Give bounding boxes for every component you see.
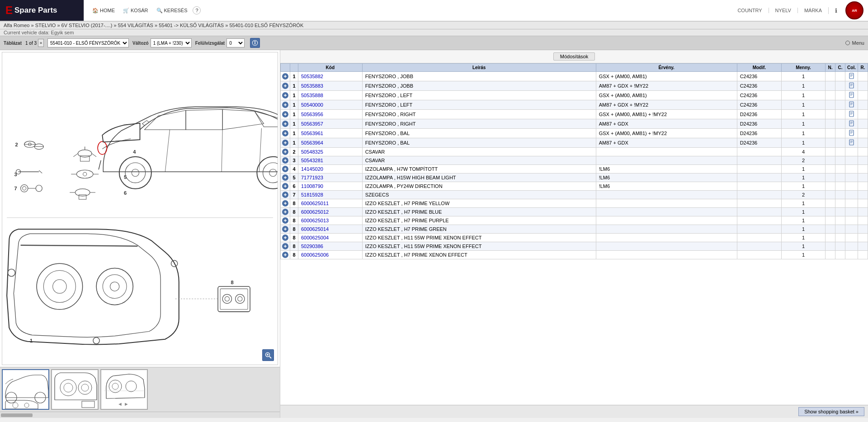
row-kod[interactable]: 50548325 (298, 148, 363, 156)
zoom-btn[interactable] (262, 349, 274, 361)
row-kod[interactable]: 6000625004 (298, 234, 363, 242)
breadcrumb-bar: Alfa Romeo » STELVIO » 6V STELVIO (2017-… (0, 22, 868, 29)
show-basket-btn[interactable]: Show shopping basket » (798, 407, 864, 416)
lang-select[interactable]: NYELV (769, 8, 791, 13)
valtozo-select[interactable]: 1 (LMA + !230) (151, 38, 192, 47)
row-add-icon[interactable] (281, 119, 290, 129)
row-add-icon[interactable] (281, 225, 290, 234)
svg-point-30 (75, 189, 90, 196)
row-add-icon[interactable] (281, 138, 290, 148)
row-col[interactable] (845, 110, 858, 119)
row-kod[interactable]: 50535882 (298, 72, 363, 81)
felulvizsgalat-select[interactable]: 0 (226, 38, 245, 47)
row-kod[interactable]: 6000625013 (298, 216, 363, 225)
row-erveny (596, 251, 737, 259)
row-add-icon[interactable] (281, 91, 290, 100)
row-add-icon[interactable] (281, 242, 290, 251)
row-kod[interactable]: 6000625011 (298, 199, 363, 208)
page-next-btn[interactable]: » (38, 39, 44, 47)
table-row: 86000625013IZZO KESZLET , H7 PRIME PURPL… (281, 216, 868, 225)
row-erveny: GSX + (AM00, AM81) (596, 72, 737, 81)
row-kod[interactable]: 50543281 (298, 156, 363, 165)
row-kod[interactable]: 50535888 (298, 91, 363, 100)
row-add-icon[interactable] (281, 72, 290, 81)
row-col[interactable] (845, 138, 858, 148)
valtozo-group: Változó 1 (LMA + !230) (132, 38, 192, 47)
row-modif: D24236 (737, 129, 781, 138)
info-toolbar-icon[interactable] (250, 38, 260, 48)
thumbnail-1[interactable] (2, 369, 49, 410)
row-leiras: IZZO KESZLET , H7 PRIME XENON EFFECT (362, 251, 596, 259)
row-add-icon[interactable] (281, 129, 290, 138)
thumbnail-3[interactable]: ◄ ► (100, 369, 148, 410)
row-col[interactable] (845, 72, 858, 81)
row-c (835, 191, 845, 199)
row-add-icon[interactable] (281, 173, 290, 182)
nav-home[interactable]: 🏠 HOME (90, 7, 118, 14)
valtozo-label: Változó (132, 41, 149, 46)
modifications-btn[interactable]: Módosítások (553, 52, 595, 61)
row-c (835, 72, 845, 81)
row-num: 8 (290, 251, 298, 259)
row-add-icon[interactable] (281, 182, 290, 191)
nav-kereses[interactable]: 🔍 KERESÉS (154, 7, 190, 14)
row-kod[interactable]: 6000625014 (298, 225, 363, 234)
row-kod[interactable]: 14145020 (298, 165, 363, 173)
row-kod[interactable]: 50563964 (298, 138, 363, 148)
table-row: 150563961FENYSZORO , BALGSX + (AM00, AM8… (281, 129, 868, 138)
row-add-icon[interactable] (281, 165, 290, 173)
row-menny: 1 (782, 129, 826, 138)
row-kod[interactable]: 50563956 (298, 110, 363, 119)
row-col[interactable] (845, 91, 858, 100)
row-col[interactable] (845, 100, 858, 110)
row-col[interactable] (845, 129, 858, 138)
table-row: 150540000FENYSZORO , LEFTAM87 + GDX + !M… (281, 100, 868, 110)
row-add-icon[interactable] (281, 100, 290, 110)
row-kod[interactable]: 50540000 (298, 100, 363, 110)
row-add-icon[interactable] (281, 216, 290, 225)
header: E Spare Parts 🏠 HOME 🛒 KOSÁR 🔍 KERESÉS ?… (0, 0, 868, 22)
row-leiras: IZZO KESZLET , H11 55W PRIME XENON EFFEC… (362, 234, 596, 242)
row-add-icon[interactable] (281, 251, 290, 259)
row-kod[interactable]: 6000625006 (298, 251, 363, 259)
nav-help[interactable]: ? (193, 6, 201, 14)
nav-kosar[interactable]: 🛒 KOSÁR (120, 7, 151, 14)
info-icon[interactable]: ℹ (828, 7, 837, 14)
row-add-icon[interactable] (281, 234, 290, 242)
row-add-icon[interactable] (281, 191, 290, 199)
menu-btn[interactable]: Menu (845, 40, 864, 46)
cart-icon: 🛒 (123, 8, 129, 14)
table-row: 751815928SZEGECS2 (281, 191, 868, 199)
row-add-icon[interactable] (281, 208, 290, 216)
row-kod[interactable]: 50535883 (298, 81, 363, 91)
row-kod[interactable]: 11008790 (298, 182, 363, 191)
row-add-icon[interactable] (281, 156, 290, 165)
row-col[interactable] (845, 119, 858, 129)
svg-rect-56 (220, 289, 248, 309)
h-scrollbar[interactable] (0, 412, 280, 418)
row-leiras: IZZOLAMPA , PY24W DIRECTION (362, 182, 596, 191)
row-kod[interactable]: 51815928 (298, 191, 363, 199)
scroll-handle[interactable] (1, 413, 33, 417)
brand-select[interactable]: MÁRKA (797, 8, 822, 13)
thumbnail-2[interactable] (51, 369, 99, 410)
row-kod[interactable]: 50290386 (298, 242, 363, 251)
row-add-icon[interactable] (281, 110, 290, 119)
svg-line-42 (165, 130, 170, 172)
row-add-icon[interactable] (281, 81, 290, 91)
row-kod[interactable]: 50563957 (298, 119, 363, 129)
svg-rect-83 (849, 73, 854, 79)
row-add-icon[interactable] (281, 199, 290, 208)
felulvizsgalat-group: Felülvizsgálat 0 (195, 38, 245, 47)
row-leiras: IZZO KESZLET , H7 PRIME PURPLE (362, 216, 596, 225)
row-add-icon[interactable] (281, 148, 290, 156)
row-kod[interactable]: 6000625012 (298, 208, 363, 216)
svg-rect-107 (849, 111, 854, 117)
row-kod[interactable]: 50563961 (298, 129, 363, 138)
svg-point-26 (76, 170, 93, 178)
country-select[interactable]: COUNTRY (737, 8, 762, 13)
table-select[interactable]: 55401-010 - ELSŐ FÉNYSZÓRÓK (47, 38, 129, 47)
row-col[interactable] (845, 81, 858, 91)
svg-point-47 (53, 280, 66, 293)
row-kod[interactable]: 71771923 (298, 173, 363, 182)
